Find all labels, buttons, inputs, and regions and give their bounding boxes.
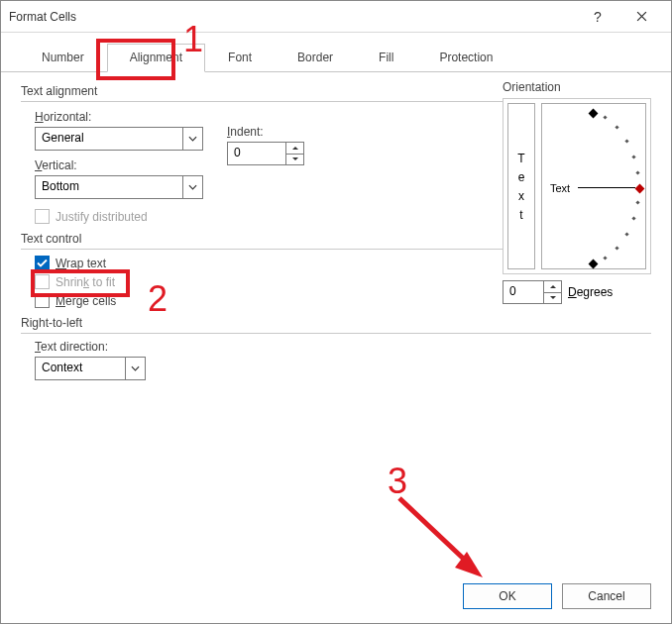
degrees-spinner[interactable]: 0 — [503, 280, 562, 304]
spinner-down-icon[interactable] — [286, 155, 303, 165]
tab-protection[interactable]: Protection — [416, 44, 515, 72]
degrees-value: 0 — [504, 281, 543, 303]
group-orientation: Orientation Text — [503, 80, 651, 304]
wrap-text-checkbox[interactable] — [35, 256, 50, 270]
check-icon — [37, 259, 48, 267]
degrees-label: Degrees — [568, 285, 613, 299]
tab-font[interactable]: Font — [205, 44, 275, 72]
wrap-text-label: Wrap text — [56, 257, 106, 270]
shrink-to-fit-checkbox — [35, 274, 50, 289]
format-cells-dialog: Format Cells ? Number Alignment Font Bor… — [0, 0, 672, 624]
orientation-dial-line — [578, 187, 635, 188]
spinner-buttons — [543, 281, 561, 303]
dialog-buttons: OK Cancel — [463, 583, 651, 609]
chevron-down-icon — [182, 176, 202, 198]
orientation-vertical-text[interactable]: Text — [507, 103, 535, 269]
horizontal-label: Horizontal: — [35, 110, 203, 124]
group-rtl: Right-to-left Text direction: Context — [21, 316, 651, 386]
text-direction-label: Text direction: — [35, 340, 651, 354]
indent-label: Indent: — [227, 125, 304, 139]
cancel-button[interactable]: Cancel — [562, 583, 651, 609]
titlebar: Format Cells ? — [1, 1, 671, 33]
group-label-rtl: Right-to-left — [21, 316, 651, 330]
spinner-buttons — [285, 143, 303, 164]
close-icon — [636, 11, 647, 22]
shrink-to-fit-label: Shrink to fit — [56, 275, 115, 289]
close-button[interactable] — [619, 2, 663, 32]
vertical-label: Vertical: — [35, 158, 203, 172]
indent-value: 0 — [228, 143, 285, 164]
vertical-value: Bottom — [36, 176, 182, 198]
tab-strip: Number Alignment Font Border Fill Protec… — [1, 33, 671, 72]
spinner-down-icon[interactable] — [544, 293, 561, 304]
text-direction-value: Context — [36, 358, 125, 379]
text-direction-select[interactable]: Context — [35, 357, 146, 380]
tab-fill[interactable]: Fill — [356, 44, 416, 72]
tab-alignment[interactable]: Alignment — [107, 44, 205, 72]
justify-distributed-label: Justify distributed — [56, 210, 148, 224]
tab-number[interactable]: Number — [19, 44, 107, 72]
tab-border[interactable]: Border — [275, 44, 356, 72]
group-label-orientation: Orientation — [503, 80, 651, 94]
orientation-dial-text: Text — [550, 182, 570, 194]
merge-cells-checkbox[interactable] — [35, 293, 50, 308]
orientation-dial[interactable]: Text — [541, 103, 646, 269]
spinner-up-icon[interactable] — [544, 281, 561, 293]
vertical-select[interactable]: Bottom — [35, 175, 203, 199]
indent-spinner[interactable]: 0 — [227, 142, 304, 165]
merge-cells-label: Merge cells — [56, 294, 116, 308]
help-button[interactable]: ? — [576, 2, 619, 32]
group-line — [21, 333, 651, 334]
horizontal-value: General — [36, 128, 182, 150]
chevron-down-icon — [125, 358, 145, 379]
dialog-title: Format Cells — [9, 10, 576, 24]
justify-distributed-checkbox — [35, 209, 50, 224]
ok-button[interactable]: OK — [463, 583, 552, 609]
chevron-down-icon — [182, 128, 202, 150]
spinner-up-icon[interactable] — [286, 143, 303, 155]
tab-content: Text alignment Horizontal: General Verti… — [1, 72, 671, 566]
orientation-box: Text Text — [503, 98, 651, 274]
horizontal-select[interactable]: General — [35, 127, 203, 151]
